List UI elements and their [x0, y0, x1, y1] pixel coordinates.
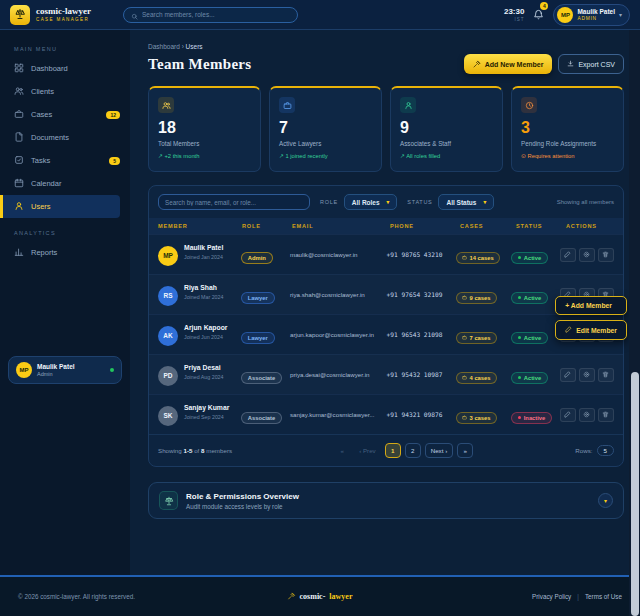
trend-up-icon: ↗ — [158, 153, 163, 159]
rows-per-page-select[interactable]: 5 — [597, 445, 614, 456]
status-badge: Active — [511, 332, 548, 344]
avatar: MP — [16, 362, 32, 378]
last-page-button[interactable]: » — [457, 443, 473, 458]
sidebar-item-label: Calendar — [31, 179, 61, 188]
user-menu[interactable]: MP Maulik Patel ADMIN ▾ — [553, 4, 630, 26]
add-new-member-button[interactable]: Add New Member — [464, 54, 553, 74]
avatar: MP — [158, 246, 178, 266]
scales-icon — [159, 491, 178, 510]
topbar: cosmic-lawyer CASE MANAGER 23:30 IST 4 M… — [0, 0, 640, 30]
stat-card-total-members: 18 Total Members ↗ +2 this month — [148, 86, 261, 172]
status-filter-label: STATUS — [407, 199, 432, 205]
status-badge: Inactive — [511, 412, 553, 424]
pagination-bar: Showing 1-5 of 8 members « ‹ Prev 1 2 Ne… — [149, 434, 623, 466]
member-name: Riya Shah — [184, 284, 232, 292]
tasks-count-badge: 5 — [109, 157, 120, 165]
sidebar-item-label: Clients — [31, 87, 54, 96]
page-1-button[interactable]: 1 — [385, 443, 401, 458]
edit-member-button[interactable] — [560, 408, 576, 422]
privacy-policy-link[interactable]: Privacy Policy — [532, 593, 571, 600]
member-settings-button[interactable] — [579, 248, 595, 262]
sidebar-item-calendar[interactable]: Calendar — [0, 172, 120, 195]
sidebar-item-clients[interactable]: Clients — [0, 80, 120, 103]
user-icon — [400, 97, 416, 113]
trend-up-icon: ↗ — [400, 153, 405, 159]
sidebar-section-analytics: ANALYTICS — [0, 230, 130, 236]
vertical-scrollbar[interactable] — [629, 30, 640, 616]
cases-badge: 4 cases — [456, 372, 497, 384]
global-search[interactable] — [123, 7, 298, 23]
member-search[interactable] — [158, 194, 310, 210]
role-badge: Associate — [241, 372, 282, 384]
stat-note: ↗ +2 this month — [158, 153, 251, 159]
table-row: MP Maulik Patel Joined Jan 2024 Admin ma… — [149, 234, 623, 274]
terms-of-use-link[interactable]: Terms of Use — [585, 593, 622, 600]
member-phone: +91 94321 09876 — [387, 411, 456, 418]
bar-chart-icon — [14, 247, 24, 259]
permissions-title: Role & Permissions Overview — [186, 492, 299, 501]
table-row: AK Arjun Kapoor Joined Jun 2024 Lawyer a… — [149, 314, 623, 354]
prev-page-button[interactable]: ‹ Prev — [354, 443, 381, 458]
sidebar-item-label: Documents — [31, 133, 69, 142]
sidebar-item-documents[interactable]: Documents — [0, 126, 120, 149]
status-filter-select[interactable]: All Status ▾ — [438, 194, 494, 210]
page-2-button[interactable]: 2 — [405, 443, 421, 458]
sidebar-item-users[interactable]: Users — [0, 195, 120, 218]
sidebar-user-name: Maulik Patel — [37, 363, 75, 371]
sidebar-user-card[interactable]: MP Maulik Patel Admin — [8, 356, 122, 384]
pagination-summary: Showing 1-5 of 8 members — [158, 447, 232, 454]
expand-permissions-button[interactable]: ▾ — [598, 493, 613, 508]
briefcase-icon — [462, 375, 467, 381]
sidebar-item-label: Dashboard — [31, 64, 68, 73]
brand-name: cosmic-lawyer — [36, 7, 91, 17]
permissions-overview-panel[interactable]: Role & Permissions Overview Audit module… — [148, 482, 624, 519]
edit-member-button[interactable] — [560, 248, 576, 262]
edit-member-button[interactable] — [560, 368, 576, 382]
notifications-button[interactable]: 4 — [533, 6, 544, 24]
member-email: sanjay.kumar@cosmiclawyer... — [290, 411, 387, 418]
online-status-dot — [110, 368, 114, 372]
sidebar-item-dashboard[interactable]: Dashboard — [0, 57, 120, 80]
sidebar: MAIN MENU Dashboard Clients Cases 12 Do — [0, 30, 130, 575]
sidebar-item-tasks[interactable]: Tasks 5 — [0, 149, 120, 172]
calendar-icon — [14, 178, 24, 190]
global-search-input[interactable] — [142, 11, 290, 18]
sidebar-user-role: Admin — [37, 371, 75, 377]
breadcrumb-parent[interactable]: Dashboard — [148, 43, 180, 50]
sidebar-item-cases[interactable]: Cases 12 — [0, 103, 120, 126]
stat-label: Total Members — [158, 140, 251, 147]
delete-member-button[interactable] — [598, 368, 614, 382]
member-name: Arjun Kapoor — [184, 324, 232, 332]
member-email: arjun.kapoor@cosmiclawyer.in — [290, 331, 387, 338]
clock-icon: ⊙ — [521, 153, 526, 159]
add-member-popover-button[interactable]: + Add Member — [555, 296, 627, 315]
first-page-button[interactable]: « — [334, 443, 350, 458]
app-logo — [10, 5, 30, 25]
breadcrumb: Dashboard › Users — [148, 43, 624, 50]
chevron-down-icon: ▾ — [619, 11, 622, 18]
member-actions-popover: + Add Member Edit Member — [555, 296, 627, 340]
chevron-down-icon: ▾ — [483, 199, 486, 205]
document-icon — [14, 132, 24, 144]
permissions-subtitle: Audit module access levels by role — [186, 503, 299, 510]
stats-cards: 18 Total Members ↗ +2 this month 7 Activ… — [148, 86, 624, 172]
scrollbar-thumb[interactable] — [631, 372, 639, 616]
stat-label: Active Lawyers — [279, 140, 372, 147]
members-panel: ROLE All Roles ▾ STATUS All Status ▾ Sho… — [148, 185, 624, 467]
briefcase-icon — [462, 415, 467, 421]
member-search-input[interactable] — [165, 199, 303, 206]
stat-card-associates-staff: 9 Associates & Staff ↗ All roles filled — [390, 86, 503, 172]
next-page-button[interactable]: Next › — [425, 443, 454, 458]
role-filter-select[interactable]: All Roles ▾ — [344, 194, 398, 210]
status-badge: Active — [511, 372, 548, 384]
export-csv-button[interactable]: Export CSV — [558, 54, 624, 74]
member-settings-button[interactable] — [579, 408, 595, 422]
sidebar-item-reports[interactable]: Reports — [0, 241, 120, 264]
member-settings-button[interactable] — [579, 368, 595, 382]
edit-member-popover-button[interactable]: Edit Member — [555, 320, 627, 340]
member-joined: Joined Sep 2024 — [184, 414, 228, 421]
cases-badge: 14 cases — [456, 252, 500, 264]
delete-member-button[interactable] — [598, 248, 614, 262]
delete-member-button[interactable] — [598, 408, 614, 422]
avatar: SK — [158, 406, 178, 426]
